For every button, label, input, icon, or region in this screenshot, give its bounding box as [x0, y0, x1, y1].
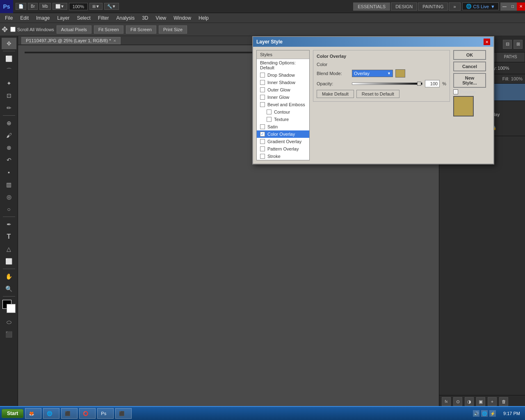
close-btn[interactable]: ✕	[517, 2, 525, 11]
opacity-slider[interactable]	[352, 82, 422, 85]
move-tool-icon[interactable]: ✥	[2, 25, 8, 34]
zoom-tool-btn[interactable]: 🔍	[2, 283, 16, 294]
tab-close-btn[interactable]: ×	[113, 38, 116, 43]
pen-tool-btn[interactable]: ✒	[2, 219, 16, 230]
stroke-checkbox[interactable]	[260, 154, 265, 159]
stroke-item[interactable]: Stroke	[257, 153, 309, 160]
inner-glow-item[interactable]: Inner Glow	[257, 94, 309, 101]
path-tool-btn[interactable]: △	[2, 243, 16, 255]
gradient-overlay-item[interactable]: Gradient Overlay	[257, 138, 309, 145]
menu-edit[interactable]: Edit	[17, 14, 32, 22]
background-color[interactable]	[7, 304, 16, 313]
healing-tool-btn[interactable]: ⊕	[2, 117, 16, 129]
taskbar-firefox[interactable]: 🦊	[25, 408, 41, 419]
quick-mask-btn[interactable]: ⬭	[2, 316, 16, 328]
stamp-tool-btn[interactable]: ⊗	[2, 142, 16, 153]
menu-help[interactable]: Help	[195, 14, 212, 22]
inner-shadow-item[interactable]: Inner Shadow	[257, 79, 309, 86]
satin-item[interactable]: Satin	[257, 123, 309, 130]
color-swatch[interactable]	[395, 69, 405, 78]
pattern-overlay-item[interactable]: Pattern Overlay	[257, 145, 309, 153]
wand-tool-btn[interactable]: ✦	[2, 78, 16, 89]
taskbar-ps[interactable]: Ps	[97, 408, 114, 419]
dialog-close-btn[interactable]: ✕	[484, 39, 490, 45]
layer-style-icon[interactable]: fx	[442, 397, 451, 406]
design-btn[interactable]: DESIGN	[391, 2, 417, 11]
bevel-emboss-checkbox[interactable]	[260, 102, 265, 107]
minibridge-btn[interactable]: Mb	[39, 3, 51, 10]
new-style-btn[interactable]: New Style...	[453, 73, 486, 88]
pattern-overlay-checkbox[interactable]	[260, 146, 265, 151]
drop-shadow-checkbox[interactable]	[260, 73, 265, 78]
history-tool-btn[interactable]: ↶	[2, 154, 16, 166]
tools-btn[interactable]: 🔧▼	[104, 3, 119, 10]
screen-mode-btn[interactable]: ⬛	[2, 329, 16, 340]
tray-icon-1[interactable]: 🔊	[473, 410, 479, 417]
tray-icon-2[interactable]: 🌐	[481, 410, 488, 417]
menu-layer[interactable]: Layer	[54, 14, 73, 22]
delete-layer-icon[interactable]: 🗑	[499, 397, 508, 406]
menu-3d[interactable]: 3D	[139, 14, 151, 22]
taskbar-ie[interactable]: 🌐	[43, 408, 59, 419]
taskbar-item-6[interactable]: ⬛	[115, 408, 132, 419]
make-default-btn[interactable]: Make Default	[317, 90, 354, 98]
menu-select[interactable]: Select	[73, 14, 94, 22]
scroll-all-checkbox[interactable]	[10, 27, 16, 32]
panel-cols-icon[interactable]: ⊞	[514, 40, 523, 49]
new-doc-btn[interactable]: 📄	[16, 3, 26, 10]
bevel-emboss-item[interactable]: Bevel and Emboss	[257, 101, 309, 108]
new-layer-icon[interactable]: +	[488, 397, 497, 406]
tab-item[interactable]: P1110497.JPG @ 25% (Layer 1, RGB/8) * ×	[21, 37, 121, 44]
layer-mask-icon[interactable]: ⊙	[453, 397, 462, 406]
tray-icon-3[interactable]: ⚡	[489, 410, 496, 417]
gradient-overlay-checkbox[interactable]	[260, 139, 265, 144]
layer-adjustment-icon[interactable]: ◑	[465, 397, 474, 406]
eyedropper-tool-btn[interactable]: ✏	[2, 102, 16, 114]
bridge-btn[interactable]: Br	[28, 3, 38, 10]
opacity-input[interactable]	[425, 80, 440, 87]
color-overlay-item[interactable]: ✓ Color Overlay	[257, 130, 309, 138]
cs-live-btn[interactable]: 🌐 CS Live ▼	[462, 2, 499, 10]
painting-btn[interactable]: PAINTING	[418, 2, 448, 11]
essentials-btn[interactable]: ESSENTIALS	[353, 2, 390, 11]
marquee-tool-btn[interactable]: ⬜	[2, 53, 16, 64]
blur-tool-btn[interactable]: ◎	[2, 191, 16, 203]
panel-arrange-icon[interactable]: ⊟	[503, 40, 512, 49]
outer-glow-checkbox[interactable]	[260, 87, 265, 92]
contour-checkbox[interactable]	[267, 110, 272, 114]
ok-btn[interactable]: OK	[453, 50, 486, 60]
print-size-btn[interactable]: Print Size	[159, 25, 187, 34]
texture-item[interactable]: Texture	[263, 116, 309, 123]
actual-pixels-btn[interactable]: Actual Pixels	[57, 25, 91, 34]
inner-glow-checkbox[interactable]	[260, 95, 265, 100]
minimize-btn[interactable]: —	[500, 2, 509, 11]
text-tool-btn[interactable]: T	[2, 231, 16, 242]
crop-tool-btn[interactable]: ⊡	[2, 90, 16, 101]
menu-file[interactable]: File	[2, 14, 16, 22]
fill-screen-btn[interactable]: Fill Screen	[126, 25, 156, 34]
opacity-slider-thumb[interactable]	[417, 82, 421, 86]
brush-tool-btn[interactable]: 🖌	[2, 130, 16, 141]
blend-mode-dropdown[interactable]: Overlay ▼	[352, 70, 393, 77]
taskbar-item-3[interactable]: ⬛	[61, 408, 78, 419]
start-button[interactable]: Start	[2, 409, 23, 418]
inner-shadow-checkbox[interactable]	[260, 80, 265, 85]
move-tool-btn[interactable]: ✥	[2, 38, 16, 49]
gradient-tool-btn[interactable]: ▥	[2, 179, 16, 190]
reset-default-btn[interactable]: Reset to Default	[356, 90, 399, 98]
preview-checkbox[interactable]: ✓	[453, 89, 458, 94]
eraser-tool-btn[interactable]: ▪	[2, 167, 16, 178]
screen-mode-btn[interactable]: ⬜▼	[52, 3, 67, 10]
color-indicator[interactable]	[2, 300, 16, 313]
menu-view[interactable]: View	[152, 14, 169, 22]
paths-tab[interactable]: PATHS	[496, 52, 525, 62]
taskbar-item-4[interactable]: ⭕	[79, 408, 96, 419]
maximize-btn[interactable]: □	[509, 2, 517, 11]
texture-checkbox[interactable]	[267, 117, 272, 122]
color-overlay-checkbox[interactable]: ✓	[260, 132, 265, 137]
dodge-tool-btn[interactable]: ○	[2, 203, 16, 215]
drop-shadow-item[interactable]: Drop Shadow	[257, 71, 309, 79]
menu-analysis[interactable]: Analysis	[113, 14, 138, 22]
more-nav-btn[interactable]: »	[449, 2, 460, 11]
layer-group-icon[interactable]: ▣	[476, 397, 485, 406]
